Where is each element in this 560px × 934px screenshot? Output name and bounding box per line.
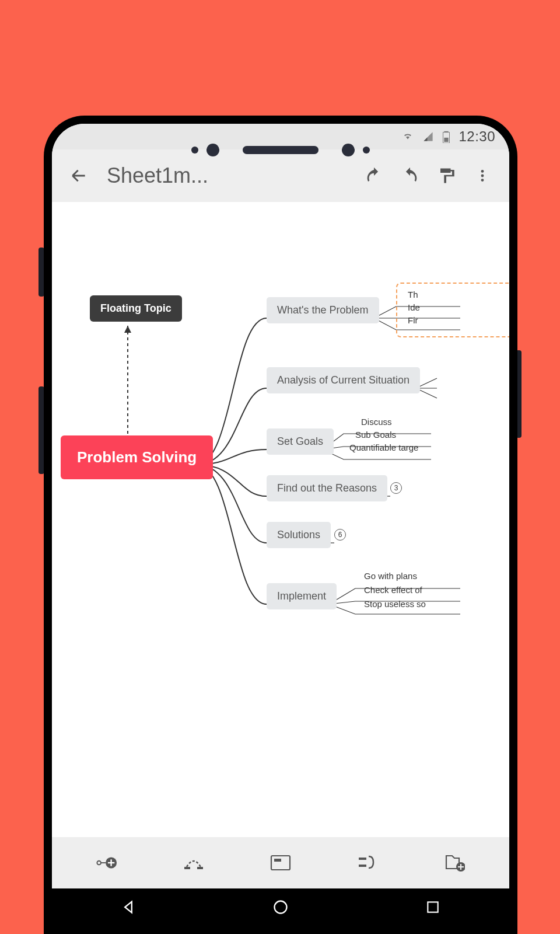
leaf-node[interactable]: Stop useless so: [364, 599, 426, 609]
branch-node[interactable]: Find out the Reasons: [267, 475, 387, 501]
svg-rect-2: [444, 138, 449, 142]
square-recent-icon: [425, 900, 440, 915]
format-button[interactable]: [430, 159, 463, 192]
svg-rect-26: [428, 902, 438, 912]
leaf-node[interactable]: Discuss: [361, 417, 392, 427]
svg-rect-16: [184, 867, 190, 869]
collapsed-count-badge[interactable]: 6: [334, 529, 346, 541]
add-boundary-button[interactable]: [262, 844, 299, 881]
bottom-toolbar: [52, 837, 509, 888]
leaf-node[interactable]: Th: [408, 290, 418, 299]
more-button[interactable]: [466, 159, 499, 192]
phone-sensors: [191, 144, 370, 156]
more-vert-icon: [475, 168, 490, 183]
add-subtopic-icon: [96, 854, 118, 872]
collapsed-count-badge[interactable]: 3: [390, 482, 402, 494]
svg-point-11: [97, 861, 102, 865]
leaf-node[interactable]: Ide: [408, 302, 420, 312]
svg-marker-7: [124, 326, 131, 333]
nav-home-button[interactable]: [263, 895, 298, 919]
root-node[interactable]: Problem Solving: [61, 435, 213, 479]
battery-icon: [442, 130, 450, 143]
leaf-node[interactable]: Check effect of: [364, 585, 422, 595]
arrow-left-icon: [69, 166, 88, 185]
phone-frame: 12:30 Sheet1m...: [44, 116, 517, 934]
branch-node[interactable]: Implement: [267, 583, 337, 609]
svg-point-3: [481, 170, 484, 173]
branch-node[interactable]: What's the Problem: [267, 297, 379, 323]
nav-back-button[interactable]: [111, 895, 146, 919]
branch-node[interactable]: Solutions: [267, 522, 331, 548]
mindmap-canvas[interactable]: Floating Topic Problem Solving What's th…: [52, 202, 509, 837]
format-paint-icon: [438, 167, 455, 184]
floating-topic-node[interactable]: Floating Topic: [90, 295, 182, 322]
redo-icon: [400, 166, 420, 186]
svg-rect-18: [271, 856, 290, 870]
summary-icon: [357, 854, 378, 872]
undo-button[interactable]: [358, 159, 390, 192]
android-nav-bar: [52, 888, 509, 926]
app-bar: Sheet1m...: [52, 149, 509, 202]
branch-node[interactable]: Set Goals: [267, 428, 334, 455]
svg-point-4: [481, 175, 484, 177]
leaf-node[interactable]: Go with plans: [364, 571, 417, 581]
signal-icon: [422, 131, 434, 142]
leaf-node[interactable]: Fir: [408, 315, 418, 325]
leaf-node[interactable]: Quantifiable targe: [349, 442, 418, 452]
svg-rect-17: [197, 867, 203, 869]
redo-button[interactable]: [394, 159, 426, 192]
svg-rect-21: [359, 865, 366, 867]
svg-point-5: [481, 179, 484, 182]
svg-point-25: [274, 901, 286, 914]
wifi-icon: [401, 131, 414, 142]
add-subtopic-button[interactable]: [88, 844, 125, 881]
add-sheet-button[interactable]: [436, 844, 473, 881]
add-relationship-button[interactable]: [175, 844, 212, 881]
circle-home-icon: [272, 899, 289, 915]
relationship-icon: [182, 854, 205, 872]
triangle-back-icon: [120, 899, 136, 915]
svg-rect-19: [274, 859, 281, 862]
undo-icon: [364, 166, 384, 186]
boundary-icon: [270, 855, 291, 871]
status-time: 12:30: [459, 128, 495, 145]
leaf-node[interactable]: Sub Goals: [355, 430, 396, 440]
add-sheet-icon: [444, 853, 465, 872]
branch-node[interactable]: Analysis of Current Situation: [267, 367, 420, 393]
svg-rect-20: [359, 858, 366, 860]
nav-recent-button[interactable]: [415, 895, 450, 919]
back-button[interactable]: [62, 159, 95, 192]
document-title[interactable]: Sheet1m...: [107, 163, 351, 188]
add-summary-button[interactable]: [349, 844, 386, 881]
